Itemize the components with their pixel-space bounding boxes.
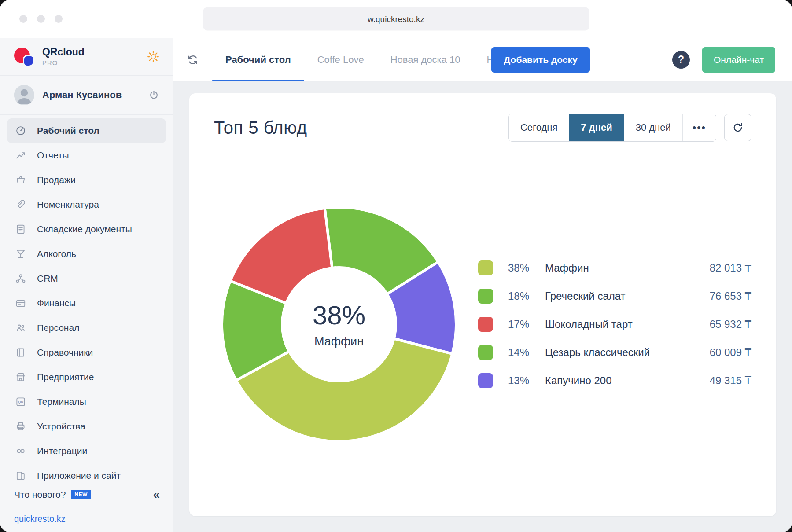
donut-chart: 38% Маффин bbox=[216, 201, 462, 448]
board-tabs: Рабочий столCoffe LoveНовая доска 10Нс bbox=[212, 38, 499, 81]
staff-icon bbox=[15, 322, 26, 334]
legend-percent: 13% bbox=[508, 374, 545, 387]
sidebar-item-enterprise[interactable]: Предприятие bbox=[7, 365, 166, 389]
whats-new-link[interactable]: Что нового? bbox=[14, 489, 66, 500]
legend-label: Капучино 200 bbox=[545, 374, 701, 387]
card-title: Топ 5 блюд bbox=[214, 118, 307, 138]
legend-percent: 18% bbox=[508, 290, 545, 302]
sidebar-item-warehouse-docs[interactable]: Складские документы bbox=[7, 217, 166, 242]
logo-title: QRcloud bbox=[42, 47, 85, 58]
logo-text: QRcloud PRO bbox=[42, 47, 85, 66]
legend-value: 60 009 ₸ bbox=[710, 346, 751, 359]
chart-row: 38% Маффин 38%Маффин82 013 ₸18%Греческий… bbox=[214, 201, 751, 448]
new-badge: NEW bbox=[71, 490, 91, 499]
sidebar-item-app-site[interactable]: Приложение и сайт bbox=[7, 463, 166, 485]
legend-row-2: 18%Греческий салат76 653 ₸ bbox=[478, 289, 751, 304]
topbar-right: ? Онлайн-чат bbox=[656, 38, 792, 81]
sidebar-item-dashboard[interactable]: Рабочий стол bbox=[7, 118, 166, 143]
sidebar-item-label: Рабочий стол bbox=[37, 125, 99, 136]
board-tab-1[interactable]: Рабочий стол bbox=[212, 38, 304, 81]
sidebar-item-reports[interactable]: Отчеты bbox=[7, 143, 166, 168]
svg-text:QR: QR bbox=[18, 400, 23, 404]
legend-row-5: 13%Капучино 20049 315 ₸ bbox=[478, 373, 751, 388]
range-button-2[interactable]: 7 дней bbox=[569, 114, 623, 141]
enterprise-icon bbox=[15, 371, 26, 383]
top-dishes-card: Топ 5 блюд Сегодня7 дней30 дней••• bbox=[189, 93, 776, 516]
quickresto-link[interactable]: quickresto.kz bbox=[14, 514, 66, 524]
sync-icon[interactable] bbox=[173, 38, 212, 81]
sidebar: QRcloud PRO Арман Кусаинов Рабочий столО… bbox=[0, 38, 173, 532]
legend-swatch bbox=[478, 317, 493, 332]
address-bar-url: w.quickresto.kz bbox=[368, 14, 424, 24]
warehouse-docs-icon bbox=[15, 224, 26, 235]
logo-subtitle: PRO bbox=[42, 59, 85, 66]
sidebar-item-label: Складские документы bbox=[37, 224, 132, 235]
legend-swatch bbox=[478, 345, 493, 360]
legend-percent: 17% bbox=[508, 318, 545, 330]
user-name: Арман Кусаинов bbox=[42, 89, 122, 101]
legend-label: Греческий салат bbox=[545, 290, 701, 302]
sidebar-item-label: Отчеты bbox=[37, 150, 69, 161]
sidebar-item-label: Номенклатура bbox=[37, 199, 99, 210]
dashboard-icon bbox=[15, 125, 26, 136]
sidebar-collapse-icon[interactable]: « bbox=[153, 488, 160, 501]
qrcloud-logo-icon bbox=[14, 46, 35, 67]
sidebar-item-devices[interactable]: Устройства bbox=[7, 414, 166, 439]
sidebar-item-label: Предприятие bbox=[37, 372, 94, 382]
sidebar-header: QRcloud PRO bbox=[0, 38, 173, 76]
online-chat-button[interactable]: Онлайн-чат bbox=[702, 47, 775, 73]
window-close-button[interactable] bbox=[19, 15, 27, 23]
legend-percent: 38% bbox=[508, 262, 545, 274]
legend-percent: 14% bbox=[508, 346, 545, 359]
crm-icon bbox=[15, 273, 26, 284]
sidebar-item-staff[interactable]: Персонал bbox=[7, 316, 166, 340]
boards-topbar: Рабочий столCoffe LoveНовая доска 10Нс Д… bbox=[173, 38, 792, 82]
app-window: w.quickresto.kz QRcloud PRO bbox=[0, 0, 792, 532]
sidebar-item-crm[interactable]: CRM bbox=[7, 266, 166, 291]
sidebar-item-alcohol[interactable]: Алкоголь bbox=[7, 242, 166, 266]
card-refresh-button[interactable] bbox=[724, 114, 751, 141]
board-tab-3[interactable]: Новая доска 10 bbox=[377, 38, 474, 81]
board-tab-2[interactable]: Coffe Love bbox=[304, 38, 377, 81]
sidebar-item-nomenclature[interactable]: Номенклатура bbox=[7, 192, 166, 217]
sidebar-item-label: Продажи bbox=[37, 175, 76, 185]
nomenclature-icon bbox=[15, 199, 26, 210]
help-icon[interactable]: ? bbox=[672, 51, 690, 69]
terminals-icon: QR bbox=[15, 396, 26, 407]
sidebar-item-label: Персонал bbox=[37, 323, 79, 333]
window-zoom-button[interactable] bbox=[55, 15, 63, 23]
sidebar-item-terminals[interactable]: QRТерминалы bbox=[7, 389, 166, 414]
range-button-1[interactable]: Сегодня bbox=[509, 114, 569, 141]
sidebar-footer: quickresto.kz bbox=[0, 507, 173, 532]
range-button-3[interactable]: 30 дней bbox=[624, 114, 682, 141]
window-minimize-button[interactable] bbox=[37, 15, 45, 23]
legend-value: 65 932 ₸ bbox=[710, 318, 751, 330]
devices-icon bbox=[15, 421, 26, 432]
browser-chrome: w.quickresto.kz bbox=[0, 0, 792, 38]
sidebar-item-label: CRM bbox=[37, 273, 58, 284]
sidebar-item-sales[interactable]: Продажи bbox=[7, 168, 166, 192]
legend-value: 76 653 ₸ bbox=[710, 290, 751, 302]
legend-label: Шоколадный тарт bbox=[545, 318, 701, 330]
alcohol-icon bbox=[15, 248, 26, 260]
sidebar-menu: Рабочий столОтчетыПродажиНоменклатураСкл… bbox=[0, 115, 173, 485]
legend-row-4: 14%Цезарь классический60 009 ₸ bbox=[478, 345, 751, 360]
directories-icon bbox=[15, 347, 26, 358]
sidebar-item-integrations[interactable]: Интеграции bbox=[7, 439, 166, 463]
whats-new-row: Что нового? NEW « bbox=[0, 485, 173, 507]
sidebar-item-finance[interactable]: Финансы bbox=[7, 291, 166, 316]
sidebar-item-directories[interactable]: Справочники bbox=[7, 340, 166, 365]
range-more-button[interactable]: ••• bbox=[682, 114, 716, 141]
sidebar-item-label: Терминалы bbox=[37, 396, 86, 407]
legend-swatch bbox=[478, 260, 493, 275]
sales-icon bbox=[15, 174, 26, 186]
date-range-segmented: Сегодня7 дней30 дней••• bbox=[508, 114, 716, 142]
sidebar-item-label: Интеграции bbox=[37, 446, 87, 456]
add-board-button[interactable]: Добавить доску bbox=[491, 47, 589, 73]
sidebar-item-label: Устройства bbox=[37, 421, 85, 432]
avatar bbox=[14, 85, 34, 105]
theme-sun-icon[interactable] bbox=[147, 50, 160, 63]
address-bar[interactable]: w.quickresto.kz bbox=[203, 7, 589, 31]
user-profile[interactable]: Арман Кусаинов bbox=[0, 76, 173, 115]
logout-power-icon[interactable] bbox=[148, 89, 160, 101]
